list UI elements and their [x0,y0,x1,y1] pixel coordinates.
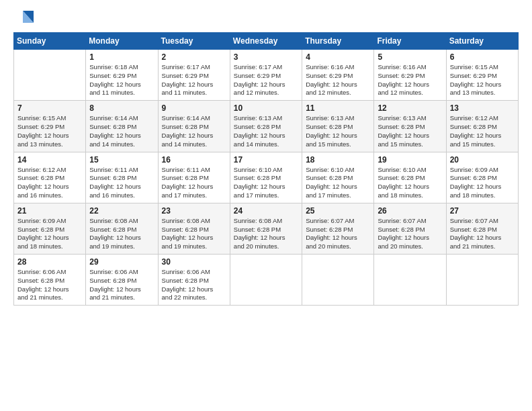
table-row: 15Sunrise: 6:11 AM Sunset: 6:28 PM Dayli… [86,152,158,203]
day-info: Sunrise: 6:13 AM Sunset: 6:28 PM Dayligh… [378,114,442,148]
header-monday: Monday [86,33,158,50]
table-row: 25Sunrise: 6:07 AM Sunset: 6:28 PM Dayli… [302,203,374,254]
header-wednesday: Wednesday [230,33,302,50]
table-row: 26Sunrise: 6:07 AM Sunset: 6:28 PM Dayli… [374,203,446,254]
table-row: 7Sunrise: 6:15 AM Sunset: 6:29 PM Daylig… [14,101,86,152]
calendar-table: Sunday Monday Tuesday Wednesday Thursday… [13,32,519,306]
header-friday: Friday [374,33,446,50]
table-row [302,255,374,306]
day-number: 15 [89,155,154,165]
table-row: 16Sunrise: 6:11 AM Sunset: 6:28 PM Dayli… [158,152,230,203]
logo [13,11,35,27]
table-row: 18Sunrise: 6:10 AM Sunset: 6:28 PM Dayli… [302,152,374,203]
day-info: Sunrise: 6:09 AM Sunset: 6:28 PM Dayligh… [17,217,82,251]
calendar-week-row: 14Sunrise: 6:12 AM Sunset: 6:28 PM Dayli… [14,152,519,203]
page: Sunday Monday Tuesday Wednesday Thursday… [0,0,532,411]
header-saturday: Saturday [446,33,518,50]
calendar-week-row: 28Sunrise: 6:06 AM Sunset: 6:28 PM Dayli… [14,255,519,306]
day-number: 9 [162,103,226,113]
day-number: 16 [162,155,226,165]
day-number: 29 [89,257,154,267]
day-info: Sunrise: 6:09 AM Sunset: 6:28 PM Dayligh… [450,166,515,200]
day-info: Sunrise: 6:13 AM Sunset: 6:28 PM Dayligh… [306,114,370,148]
day-number: 8 [89,103,154,113]
table-row [14,50,86,101]
logo-icon [16,8,35,27]
day-number: 13 [450,103,515,113]
table-row: 29Sunrise: 6:06 AM Sunset: 6:28 PM Dayli… [86,255,158,306]
day-number: 3 [234,52,298,62]
day-number: 5 [378,52,442,62]
table-row [446,255,518,306]
header-tuesday: Tuesday [158,33,230,50]
day-number: 19 [378,155,442,165]
table-row: 9Sunrise: 6:14 AM Sunset: 6:28 PM Daylig… [158,101,230,152]
table-row: 27Sunrise: 6:07 AM Sunset: 6:28 PM Dayli… [446,203,518,254]
table-row [374,255,446,306]
day-number: 6 [450,52,515,62]
day-number: 21 [17,206,82,216]
table-row: 23Sunrise: 6:08 AM Sunset: 6:28 PM Dayli… [158,203,230,254]
day-info: Sunrise: 6:06 AM Sunset: 6:28 PM Dayligh… [17,268,82,302]
table-row: 14Sunrise: 6:12 AM Sunset: 6:28 PM Dayli… [14,152,86,203]
day-info: Sunrise: 6:15 AM Sunset: 6:29 PM Dayligh… [17,114,82,148]
day-info: Sunrise: 6:10 AM Sunset: 6:28 PM Dayligh… [306,166,370,200]
day-info: Sunrise: 6:16 AM Sunset: 6:29 PM Dayligh… [378,63,442,97]
day-info: Sunrise: 6:14 AM Sunset: 6:28 PM Dayligh… [162,114,226,148]
header-thursday: Thursday [302,33,374,50]
day-number: 30 [162,257,226,267]
table-row [230,255,302,306]
table-row: 3Sunrise: 6:17 AM Sunset: 6:29 PM Daylig… [230,50,302,101]
day-info: Sunrise: 6:17 AM Sunset: 6:29 PM Dayligh… [162,63,226,97]
day-info: Sunrise: 6:11 AM Sunset: 6:28 PM Dayligh… [89,166,154,200]
day-info: Sunrise: 6:07 AM Sunset: 6:28 PM Dayligh… [378,217,442,251]
table-row: 19Sunrise: 6:10 AM Sunset: 6:28 PM Dayli… [374,152,446,203]
header [13,11,519,27]
table-row: 4Sunrise: 6:16 AM Sunset: 6:29 PM Daylig… [302,50,374,101]
header-sunday: Sunday [14,33,86,50]
day-number: 27 [450,206,515,216]
table-row: 13Sunrise: 6:12 AM Sunset: 6:28 PM Dayli… [446,101,518,152]
day-info: Sunrise: 6:12 AM Sunset: 6:28 PM Dayligh… [450,114,515,148]
table-row: 21Sunrise: 6:09 AM Sunset: 6:28 PM Dayli… [14,203,86,254]
table-row: 11Sunrise: 6:13 AM Sunset: 6:28 PM Dayli… [302,101,374,152]
day-number: 22 [89,206,154,216]
day-number: 23 [162,206,226,216]
calendar-week-row: 1Sunrise: 6:18 AM Sunset: 6:29 PM Daylig… [14,50,519,101]
day-number: 7 [17,103,82,113]
day-info: Sunrise: 6:12 AM Sunset: 6:28 PM Dayligh… [17,166,82,200]
day-number: 25 [306,206,370,216]
day-number: 28 [17,257,82,267]
table-row: 24Sunrise: 6:08 AM Sunset: 6:28 PM Dayli… [230,203,302,254]
table-row: 10Sunrise: 6:13 AM Sunset: 6:28 PM Dayli… [230,101,302,152]
table-row: 28Sunrise: 6:06 AM Sunset: 6:28 PM Dayli… [14,255,86,306]
day-info: Sunrise: 6:08 AM Sunset: 6:28 PM Dayligh… [162,217,226,251]
day-number: 1 [89,52,154,62]
day-number: 26 [378,206,442,216]
weekday-header-row: Sunday Monday Tuesday Wednesday Thursday… [14,33,519,50]
table-row: 1Sunrise: 6:18 AM Sunset: 6:29 PM Daylig… [86,50,158,101]
day-info: Sunrise: 6:16 AM Sunset: 6:29 PM Dayligh… [306,63,370,97]
day-number: 4 [306,52,370,62]
day-info: Sunrise: 6:06 AM Sunset: 6:28 PM Dayligh… [89,268,154,302]
day-number: 11 [306,103,370,113]
table-row: 6Sunrise: 6:15 AM Sunset: 6:29 PM Daylig… [446,50,518,101]
day-info: Sunrise: 6:11 AM Sunset: 6:28 PM Dayligh… [162,166,226,200]
table-row: 22Sunrise: 6:08 AM Sunset: 6:28 PM Dayli… [86,203,158,254]
calendar-week-row: 7Sunrise: 6:15 AM Sunset: 6:29 PM Daylig… [14,101,519,152]
table-row: 8Sunrise: 6:14 AM Sunset: 6:28 PM Daylig… [86,101,158,152]
day-info: Sunrise: 6:07 AM Sunset: 6:28 PM Dayligh… [450,217,515,251]
day-info: Sunrise: 6:10 AM Sunset: 6:28 PM Dayligh… [234,166,298,200]
day-number: 18 [306,155,370,165]
day-info: Sunrise: 6:06 AM Sunset: 6:28 PM Dayligh… [162,268,226,302]
table-row: 12Sunrise: 6:13 AM Sunset: 6:28 PM Dayli… [374,101,446,152]
day-info: Sunrise: 6:10 AM Sunset: 6:28 PM Dayligh… [378,166,442,200]
day-number: 17 [234,155,298,165]
day-number: 12 [378,103,442,113]
day-info: Sunrise: 6:07 AM Sunset: 6:28 PM Dayligh… [306,217,370,251]
table-row: 5Sunrise: 6:16 AM Sunset: 6:29 PM Daylig… [374,50,446,101]
day-info: Sunrise: 6:13 AM Sunset: 6:28 PM Dayligh… [234,114,298,148]
day-number: 24 [234,206,298,216]
day-info: Sunrise: 6:14 AM Sunset: 6:28 PM Dayligh… [89,114,154,148]
day-info: Sunrise: 6:08 AM Sunset: 6:28 PM Dayligh… [89,217,154,251]
